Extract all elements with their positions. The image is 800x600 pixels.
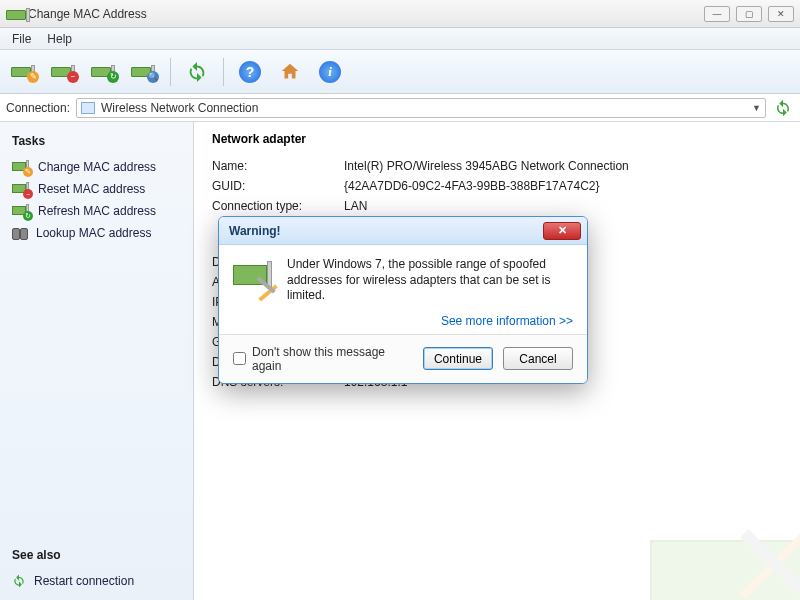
task-label: Refresh MAC address — [38, 204, 156, 218]
dialog-close-button[interactable]: ✕ — [543, 222, 581, 240]
app-icon — [6, 6, 22, 22]
toolbar-about-button[interactable]: i — [312, 55, 348, 89]
toolbar-change-mac-button[interactable]: ✎ — [6, 55, 42, 89]
nic-edit-icon: ✎ — [11, 63, 37, 81]
seealso-label: Restart connection — [34, 574, 134, 588]
dialog-titlebar[interactable]: Warning! ✕ — [219, 217, 587, 245]
toolbar-separator — [170, 58, 171, 86]
dialog-continue-button[interactable]: Continue — [423, 347, 493, 370]
toolbar-lookup-mac-button[interactable]: 🔍 — [126, 55, 162, 89]
sidebar: Tasks ✎ Change MAC address − Reset MAC a… — [0, 122, 194, 600]
detail-row: Name:Intel(R) PRO/Wireless 3945ABG Netwo… — [208, 156, 786, 176]
task-label: Lookup MAC address — [36, 226, 151, 240]
close-window-button[interactable]: ✕ — [768, 6, 794, 22]
detail-row: Connection type:LAN — [208, 196, 786, 216]
toolbar-refresh-mac-button[interactable]: ↻ — [86, 55, 122, 89]
detail-value: Intel(R) PRO/Wireless 3945ABG Network Co… — [344, 159, 782, 173]
dialog-title: Warning! — [225, 224, 543, 238]
detail-value: LAN — [344, 199, 782, 213]
nic-edit-icon: ✎ — [12, 160, 30, 174]
toolbar-reset-mac-button[interactable]: − — [46, 55, 82, 89]
menu-file[interactable]: File — [4, 30, 39, 48]
task-lookup-mac[interactable]: Lookup MAC address — [10, 222, 183, 244]
dialog-cancel-button[interactable]: Cancel — [503, 347, 573, 370]
nic-tools-icon — [233, 257, 275, 293]
nic-refresh-icon: ↻ — [91, 63, 117, 81]
connection-label: Connection: — [6, 101, 70, 115]
connection-value: Wireless Network Connection — [101, 101, 752, 115]
detail-key: Name: — [212, 159, 344, 173]
toolbar-refresh-button[interactable] — [179, 55, 215, 89]
menu-bar: File Help — [0, 28, 800, 50]
connection-combo[interactable]: Wireless Network Connection ▼ — [76, 98, 766, 118]
refresh-icon — [12, 574, 26, 588]
maximize-button[interactable]: ▢ — [736, 6, 762, 22]
task-label: Reset MAC address — [38, 182, 145, 196]
task-refresh-mac[interactable]: ↻ Refresh MAC address — [10, 200, 183, 222]
details-header: Network adapter — [212, 132, 786, 146]
chevron-down-icon: ▼ — [752, 103, 761, 113]
task-reset-mac[interactable]: − Reset MAC address — [10, 178, 183, 200]
minimize-button[interactable]: — — [704, 6, 730, 22]
help-icon: ? — [239, 61, 261, 83]
seealso-restart-connection[interactable]: Restart connection — [10, 570, 183, 592]
binoculars-icon — [12, 226, 28, 240]
task-change-mac[interactable]: ✎ Change MAC address — [10, 156, 183, 178]
toolbar: ✎ − ↻ 🔍 ? i — [0, 50, 800, 94]
checkbox-input[interactable] — [233, 352, 246, 365]
toolbar-help-button[interactable]: ? — [232, 55, 268, 89]
seealso-header: See also — [12, 548, 183, 562]
checkbox-label: Don't show this message again — [252, 345, 413, 373]
nic-reset-icon: − — [51, 63, 77, 81]
dialog-more-info-link[interactable]: See more information >> — [441, 314, 573, 328]
nic-reset-icon: − — [12, 182, 30, 196]
menu-help[interactable]: Help — [39, 30, 80, 48]
tasks-header: Tasks — [12, 134, 183, 148]
watermark-graphic — [650, 540, 800, 600]
detail-row: GUID:{42AA7DD6-09C2-4FA3-99BB-388BF17A74… — [208, 176, 786, 196]
toolbar-separator — [223, 58, 224, 86]
window-title: Change MAC Address — [28, 7, 704, 21]
toolbar-home-button[interactable] — [272, 55, 308, 89]
nic-lookup-icon: 🔍 — [131, 63, 157, 81]
detail-key: Connection type: — [212, 199, 344, 213]
refresh-icon — [186, 61, 208, 83]
warning-dialog: Warning! ✕ Under Windows 7, the possible… — [218, 216, 588, 384]
nic-refresh-icon: ↻ — [12, 204, 30, 218]
home-icon — [279, 61, 301, 83]
connection-refresh-button[interactable] — [772, 97, 794, 119]
info-icon: i — [319, 61, 341, 83]
connection-row: Connection: Wireless Network Connection … — [0, 94, 800, 122]
refresh-icon — [774, 99, 792, 117]
detail-value: {42AA7DD6-09C2-4FA3-99BB-388BF17A74C2} — [344, 179, 782, 193]
dialog-message: Under Windows 7, the possible range of s… — [287, 257, 573, 304]
connection-type-icon — [81, 102, 95, 114]
dialog-dont-show-checkbox[interactable]: Don't show this message again — [233, 345, 413, 373]
task-label: Change MAC address — [38, 160, 156, 174]
title-bar: Change MAC Address — ▢ ✕ — [0, 0, 800, 28]
detail-key: GUID: — [212, 179, 344, 193]
